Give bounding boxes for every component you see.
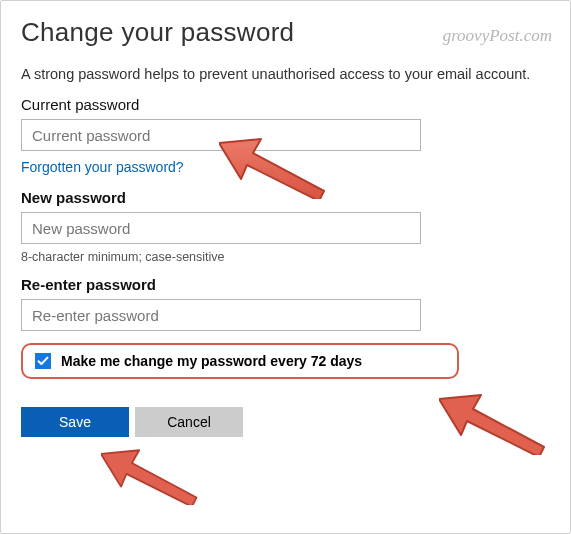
save-button[interactable]: Save xyxy=(21,407,129,437)
cancel-button[interactable]: Cancel xyxy=(135,407,243,437)
reenter-password-label: Re-enter password xyxy=(21,276,550,293)
forgot-password-link[interactable]: Forgotten your password? xyxy=(21,159,184,175)
new-password-hint: 8-character minimum; case-sensitive xyxy=(21,250,550,264)
expire-checkbox-label: Make me change my password every 72 days xyxy=(61,353,362,369)
reenter-password-input[interactable] xyxy=(21,299,421,331)
page-title: Change your password xyxy=(21,17,294,48)
expire-checkbox[interactable] xyxy=(35,353,51,369)
annotation-arrow xyxy=(101,441,201,505)
check-icon xyxy=(37,355,49,367)
current-password-input[interactable] xyxy=(21,119,421,151)
new-password-label: New password xyxy=(21,189,550,206)
expire-callout: Make me change my password every 72 days xyxy=(21,343,459,379)
intro-text: A strong password helps to prevent unaut… xyxy=(21,66,550,82)
new-password-input[interactable] xyxy=(21,212,421,244)
watermark: groovyPost.com xyxy=(443,26,552,46)
current-password-label: Current password xyxy=(21,96,550,113)
